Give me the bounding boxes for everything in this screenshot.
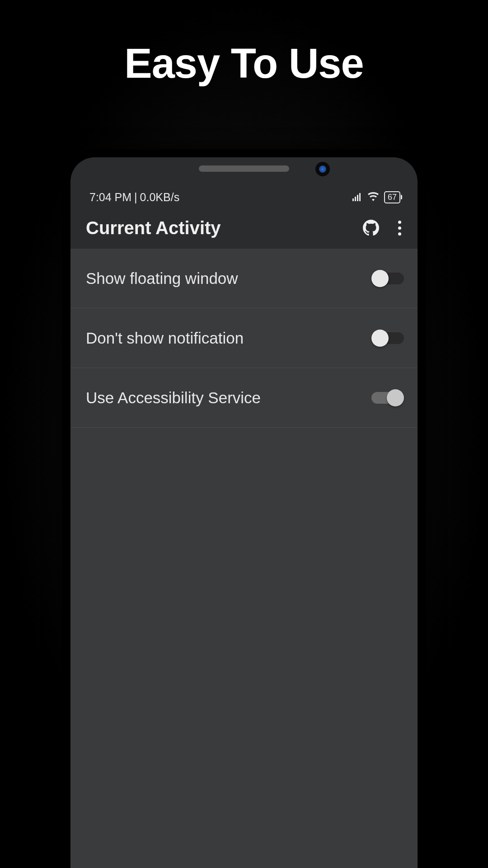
more-vert-icon[interactable] <box>394 219 405 237</box>
speaker-grille <box>199 165 289 172</box>
setting-row-accessibility[interactable]: Use Accessibility Service <box>70 368 418 428</box>
phone-screen: 7:04 PM | 0.0KB/s 67 Current Activity <box>70 157 418 868</box>
toggle-knob <box>371 330 389 347</box>
toggle-hide-notification[interactable] <box>371 329 404 347</box>
front-camera <box>315 162 330 176</box>
status-separator: | <box>134 191 137 204</box>
github-icon[interactable] <box>363 220 379 236</box>
status-right: 67 <box>352 191 400 203</box>
promo-headline: Easy To Use <box>0 40 488 87</box>
setting-label: Show floating window <box>86 269 371 288</box>
setting-label: Don't show notification <box>86 329 371 347</box>
battery-icon: 67 <box>384 191 400 203</box>
status-left: 7:04 PM | 0.0KB/s <box>89 191 179 204</box>
status-network-speed: 0.0KB/s <box>140 191 180 204</box>
phone-frame: 7:04 PM | 0.0KB/s 67 Current Activity <box>62 149 426 868</box>
wifi-icon <box>368 192 379 202</box>
toggle-knob <box>387 389 404 406</box>
app-bar: Current Activity <box>70 207 418 249</box>
toggle-accessibility[interactable] <box>371 389 404 407</box>
setting-label: Use Accessibility Service <box>86 389 371 407</box>
setting-row-hide-notification[interactable]: Don't show notification <box>70 308 418 368</box>
app-title: Current Activity <box>86 218 363 238</box>
setting-row-floating-window[interactable]: Show floating window <box>70 249 418 308</box>
signal-icon <box>352 192 362 202</box>
toggle-knob <box>371 270 389 287</box>
toggle-floating-window[interactable] <box>371 269 404 288</box>
app-bar-actions <box>363 219 405 237</box>
battery-level: 67 <box>388 193 397 202</box>
status-time: 7:04 PM <box>89 191 131 204</box>
settings-list: Show floating window Don't show notifica… <box>70 249 418 868</box>
status-bar: 7:04 PM | 0.0KB/s 67 <box>70 187 418 207</box>
